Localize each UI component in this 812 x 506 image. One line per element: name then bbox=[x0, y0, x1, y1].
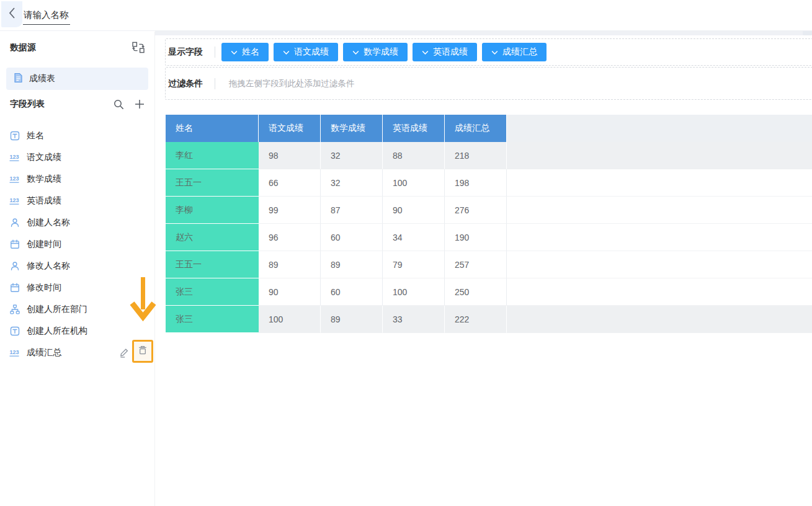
result-table: 姓名语文成绩数学成绩英语成绩成绩汇总 李红983288218王五一6632100… bbox=[166, 115, 812, 333]
field-list-item[interactable]: 修改人名称 bbox=[0, 255, 154, 277]
table-header-cell: 语文成绩 bbox=[259, 115, 321, 142]
number-icon: 123 bbox=[9, 196, 21, 206]
datasource-item[interactable]: 成绩表 bbox=[6, 68, 148, 90]
swap-datasource-icon[interactable] bbox=[132, 42, 145, 53]
table-row: 赵六966034190 bbox=[166, 224, 812, 251]
back-button[interactable] bbox=[1, 1, 22, 27]
field-list-item[interactable]: 创建时间 bbox=[0, 233, 154, 255]
filter-section[interactable]: 过滤条件 拖拽左侧字段到此处添加过滤条件 bbox=[165, 67, 812, 100]
plus-icon[interactable] bbox=[135, 99, 145, 109]
divider bbox=[215, 78, 215, 89]
svg-text:123: 123 bbox=[10, 197, 19, 203]
field-label: 成绩汇总 bbox=[27, 347, 61, 358]
name-cell: 王五一 bbox=[166, 169, 259, 197]
display-field-chip[interactable]: 数学成绩 bbox=[343, 43, 408, 61]
display-field-chip[interactable]: 姓名 bbox=[221, 43, 269, 61]
chevron-down-icon bbox=[283, 47, 290, 57]
field-list-section-title: 字段列表 bbox=[10, 99, 114, 110]
row-filler bbox=[507, 169, 812, 197]
calendar-icon bbox=[9, 239, 21, 249]
chevron-down-icon bbox=[352, 47, 359, 57]
field-list-item[interactable]: 123 英语成绩 bbox=[0, 190, 154, 211]
field-list-item[interactable]: 创建人所在部门 bbox=[0, 298, 154, 320]
field-label: 创建人所在部门 bbox=[27, 304, 87, 315]
report-name-input[interactable]: 请输入名称 bbox=[23, 9, 70, 25]
field-list-item[interactable]: 姓名 bbox=[0, 125, 154, 146]
table-header-cell: 姓名 bbox=[166, 115, 259, 142]
field-list-item[interactable]: 123 数学成绩 bbox=[0, 168, 154, 190]
search-icon[interactable] bbox=[114, 99, 124, 110]
value-cell: 100 bbox=[383, 169, 445, 197]
field-label: 数学成绩 bbox=[27, 174, 61, 185]
row-filler bbox=[507, 142, 812, 169]
value-cell: 222 bbox=[445, 306, 507, 333]
edit-field-button[interactable] bbox=[119, 347, 130, 358]
delete-field-button[interactable] bbox=[132, 340, 153, 363]
divider bbox=[215, 47, 215, 58]
value-cell: 190 bbox=[445, 224, 507, 251]
chevron-left-icon bbox=[8, 7, 16, 22]
field-label: 姓名 bbox=[27, 130, 44, 141]
name-cell: 张三 bbox=[166, 306, 259, 333]
table-header-cell: 成绩汇总 bbox=[445, 115, 507, 142]
svg-text:123: 123 bbox=[10, 154, 19, 160]
value-cell: 33 bbox=[383, 306, 445, 333]
table-doc-icon bbox=[14, 73, 23, 86]
chevron-down-icon bbox=[231, 47, 238, 57]
datasource-section-title: 数据源 bbox=[10, 42, 36, 53]
display-field-chip[interactable]: 英语成绩 bbox=[413, 43, 477, 61]
field-list-item[interactable]: 创建人所在机构 bbox=[0, 320, 154, 342]
number-icon: 123 bbox=[9, 153, 21, 162]
row-filler bbox=[507, 306, 812, 333]
table-header-filler bbox=[507, 115, 812, 142]
field-list-item[interactable]: 123 成绩汇总 bbox=[0, 342, 154, 363]
table-header-row: 姓名语文成绩数学成绩英语成绩成绩汇总 bbox=[166, 115, 812, 142]
row-filler bbox=[507, 197, 812, 224]
text-icon bbox=[9, 131, 21, 141]
field-list-item[interactable]: 修改时间 bbox=[0, 277, 154, 298]
filter-label: 过滤条件 bbox=[168, 78, 203, 89]
svg-text:123: 123 bbox=[10, 175, 19, 182]
main-top-strip bbox=[155, 31, 812, 35]
name-cell: 李柳 bbox=[166, 197, 259, 224]
value-cell: 90 bbox=[259, 278, 321, 306]
table-header-cell: 英语成绩 bbox=[383, 115, 445, 142]
field-list-item[interactable]: 123 语文成绩 bbox=[0, 146, 154, 168]
display-fields-section: 显示字段 姓名 语文成绩 bbox=[165, 38, 812, 66]
value-cell: 198 bbox=[445, 169, 507, 197]
table-row: 李柳998790276 bbox=[166, 197, 812, 224]
calendar-icon bbox=[9, 283, 21, 293]
display-field-chips: 姓名 语文成绩 数学成绩 bbox=[221, 43, 547, 61]
field-label: 英语成绩 bbox=[27, 195, 61, 206]
text-icon bbox=[9, 326, 21, 336]
field-label: 创建人名称 bbox=[27, 217, 70, 228]
row-filler bbox=[507, 224, 812, 251]
field-list: 姓名 123 语文成绩 123 数学成绩 123 英语成绩 创建人名称 bbox=[0, 125, 154, 363]
number-icon: 123 bbox=[9, 174, 21, 184]
display-field-chip[interactable]: 成绩汇总 bbox=[482, 43, 547, 61]
value-cell: 66 bbox=[259, 169, 321, 197]
field-label: 修改人名称 bbox=[27, 260, 70, 272]
value-cell: 89 bbox=[259, 251, 321, 278]
name-cell: 赵六 bbox=[166, 224, 259, 251]
value-cell: 100 bbox=[383, 278, 445, 306]
field-list-item[interactable]: 创建人名称 bbox=[0, 211, 154, 233]
display-fields-label: 显示字段 bbox=[168, 47, 203, 58]
field-label: 创建时间 bbox=[27, 239, 61, 250]
svg-text:123: 123 bbox=[10, 349, 19, 355]
value-cell: 32 bbox=[321, 142, 383, 169]
number-icon: 123 bbox=[9, 348, 21, 358]
value-cell: 34 bbox=[383, 224, 445, 251]
sidebar: 数据源 成绩表 字段列表 bbox=[0, 32, 155, 506]
field-label: 创建人所在机构 bbox=[27, 326, 87, 337]
field-label: 修改时间 bbox=[27, 282, 61, 293]
table-row: 王五一898979257 bbox=[166, 251, 812, 278]
value-cell: 96 bbox=[259, 224, 321, 251]
top-bar: 请输入名称 bbox=[0, 0, 812, 31]
trash-icon bbox=[138, 345, 148, 358]
value-cell: 87 bbox=[321, 197, 383, 224]
value-cell: 257 bbox=[445, 251, 507, 278]
value-cell: 98 bbox=[259, 142, 321, 169]
display-field-chip[interactable]: 语文成绩 bbox=[274, 43, 338, 61]
value-cell: 90 bbox=[383, 197, 445, 224]
